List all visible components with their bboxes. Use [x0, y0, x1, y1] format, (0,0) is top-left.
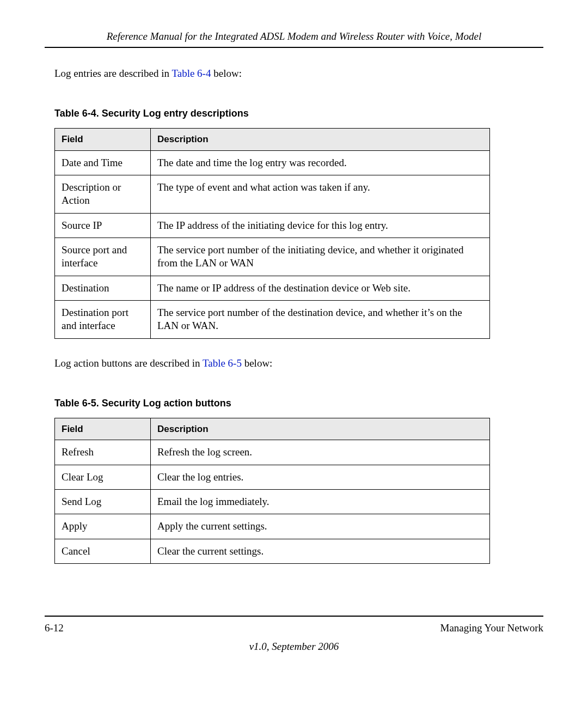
- intro2-after: below:: [242, 357, 272, 369]
- table-row: Description or Action The type of event …: [55, 175, 490, 214]
- cell-desc: Apply the current settings.: [151, 514, 490, 539]
- table-row: Date and Time The date and time the log …: [55, 150, 490, 175]
- table-row: Clear Log Clear the log entries.: [55, 465, 490, 489]
- table-6-5-caption: Table 6-5. Security Log action buttons: [54, 398, 543, 409]
- cell-desc: The service port number of the destinati…: [151, 300, 490, 338]
- version-string: v1.0, September 2006: [45, 641, 543, 653]
- table-6-4-caption: Table 6-4. Security Log entry descriptio…: [54, 108, 543, 119]
- intro-paragraph-1: Log entries are described in Table 6-4 b…: [54, 68, 543, 80]
- section-title: Managing Your Network: [440, 622, 543, 634]
- intro1-after: below:: [211, 68, 241, 79]
- table-row: Destination The name or IP address of th…: [55, 276, 490, 300]
- cell-field: Refresh: [55, 440, 151, 465]
- table-6-4: Field Description Date and Time The date…: [54, 128, 490, 339]
- table-6-5-link[interactable]: Table 6-5: [203, 357, 242, 369]
- cell-desc: The type of event and what action was ta…: [151, 175, 490, 214]
- cell-field: Destination port and interface: [55, 300, 151, 338]
- cell-field: Source port and interface: [55, 238, 151, 276]
- cell-field: Destination: [55, 276, 151, 300]
- table-header-field: Field: [55, 418, 151, 440]
- table-6-4-link[interactable]: Table 6-4: [171, 68, 211, 79]
- table-header-description: Description: [151, 129, 490, 151]
- table-header-field: Field: [55, 129, 151, 151]
- table-row: Apply Apply the current settings.: [55, 514, 490, 539]
- cell-desc: Refresh the log screen.: [151, 440, 490, 465]
- table-row: Refresh Refresh the log screen.: [55, 440, 490, 465]
- table-6-5: Field Description Refresh Refresh the lo…: [54, 418, 490, 564]
- intro1-before: Log entries are described in: [54, 68, 171, 79]
- cell-desc: Clear the current settings.: [151, 539, 490, 563]
- cell-field: Source IP: [55, 213, 151, 238]
- table-row: Source port and interface The service po…: [55, 238, 490, 276]
- intro2-before: Log action buttons are described in: [54, 357, 203, 369]
- table-row: Source IP The IP address of the initiati…: [55, 213, 490, 238]
- table-row: Destination port and interface The servi…: [55, 300, 490, 338]
- cell-field: Date and Time: [55, 150, 151, 175]
- page-footer: 6-12 Managing Your Network v1.0, Septemb…: [45, 616, 543, 653]
- table-row: Send Log Email the log immediately.: [55, 489, 490, 514]
- page-header: Reference Manual for the Integrated ADSL…: [45, 31, 543, 48]
- cell-field: Apply: [55, 514, 151, 539]
- page-number: 6-12: [45, 622, 64, 634]
- cell-field: Send Log: [55, 489, 151, 514]
- cell-field: Description or Action: [55, 175, 151, 214]
- intro-paragraph-2: Log action buttons are described in Tabl…: [54, 357, 543, 369]
- cell-field: Cancel: [55, 539, 151, 563]
- cell-desc: The service port number of the initiatin…: [151, 238, 490, 276]
- cell-desc: Email the log immediately.: [151, 489, 490, 514]
- table-header-description: Description: [151, 418, 490, 440]
- table-row: Cancel Clear the current settings.: [55, 539, 490, 563]
- cell-desc: The date and time the log entry was reco…: [151, 150, 490, 175]
- cell-desc: The name or IP address of the destinatio…: [151, 276, 490, 300]
- cell-desc: The IP address of the initiating device …: [151, 213, 490, 238]
- cell-desc: Clear the log entries.: [151, 465, 490, 489]
- cell-field: Clear Log: [55, 465, 151, 489]
